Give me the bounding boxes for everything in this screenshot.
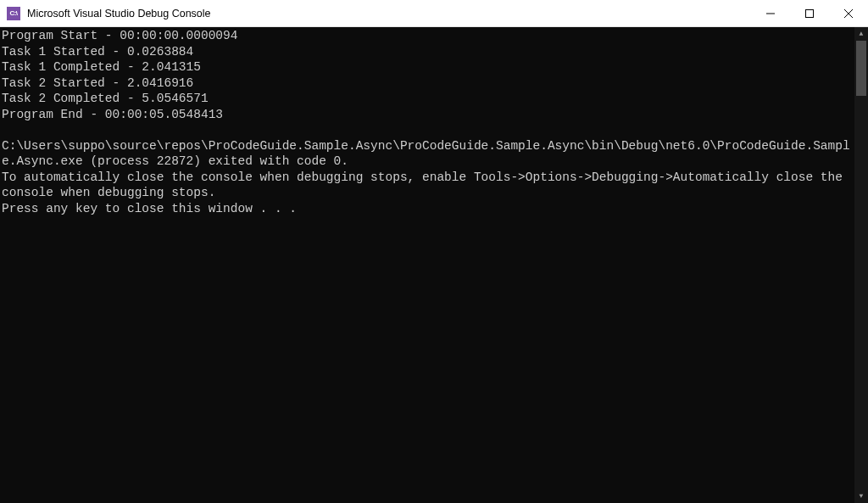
svg-rect-1 (806, 9, 814, 17)
titlebar[interactable]: C:\ Microsoft Visual Studio Debug Consol… (0, 0, 868, 27)
maximize-button[interactable] (790, 0, 829, 26)
window-title: Microsoft Visual Studio Debug Console (27, 8, 751, 20)
minimize-icon (766, 9, 775, 18)
scrollbar-up-icon[interactable]: ▲ (854, 27, 868, 41)
scrollbar-down-icon[interactable]: ▼ (854, 489, 868, 503)
maximize-icon (805, 9, 814, 18)
scrollbar-track[interactable]: ▲ ▼ (854, 27, 868, 503)
window-controls (751, 0, 868, 26)
console-line: Task 2 Completed - 5.0546571 (2, 91, 854, 107)
console-line: Task 2 Started - 2.0416916 (2, 75, 854, 92)
minimize-button[interactable] (751, 0, 790, 26)
close-icon (844, 9, 853, 18)
console-line: C:\Users\suppo\source\repos\ProCodeGuide… (2, 138, 854, 170)
console-output: Program Start - 00:00:00.0000094Task 1 S… (0, 27, 854, 217)
console-line: Program Start - 00:00:00.0000094 (2, 28, 854, 44)
console-line: Task 1 Completed - 2.041315 (2, 59, 854, 75)
console-line: Task 1 Started - 0.0263884 (2, 44, 854, 60)
app-icon: C:\ (7, 7, 20, 20)
console-line: Press any key to close this window . . . (2, 201, 854, 217)
console-line: To automatically close the console when … (2, 170, 854, 201)
console-area[interactable]: Program Start - 00:00:00.0000094Task 1 S… (0, 27, 868, 503)
console-line: Program End - 00:00:05.0548413 (2, 107, 854, 123)
close-button[interactable] (829, 0, 868, 26)
console-line (2, 122, 854, 138)
scrollbar-thumb[interactable] (856, 41, 866, 96)
